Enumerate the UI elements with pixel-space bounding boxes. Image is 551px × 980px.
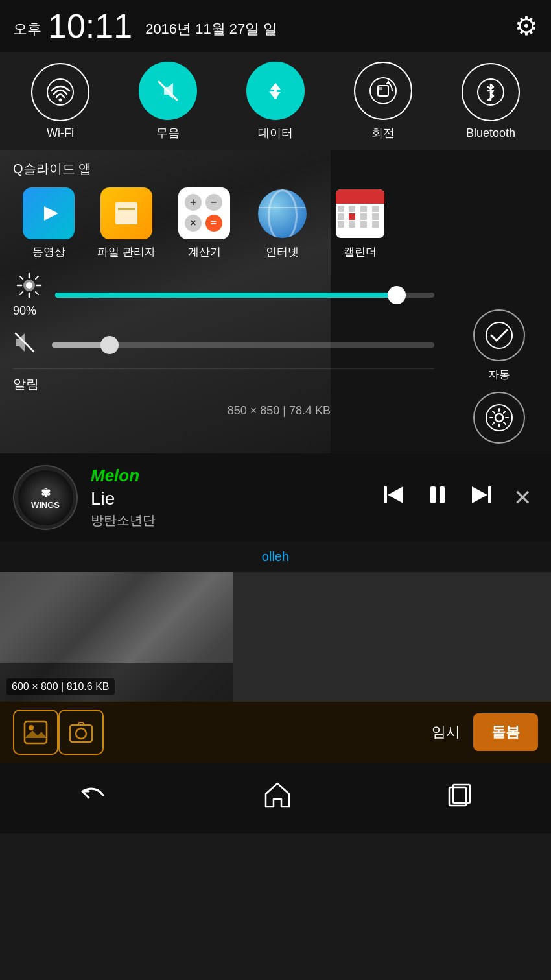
carrier-name: olleh — [262, 549, 289, 564]
app-calendar[interactable]: 캘린더 — [324, 187, 395, 259]
svg-point-18 — [26, 282, 32, 289]
svg-line-25 — [36, 276, 38, 279]
settings-icon[interactable] — [473, 392, 525, 444]
status-ampm: 오후 — [13, 19, 41, 39]
volume-thumb[interactable] — [100, 336, 119, 354]
artist-name: 방탄소년단 — [91, 512, 368, 529]
panel-title: Q슬라이드 앱 — [13, 160, 434, 178]
temp-label: 임시 — [419, 716, 473, 748]
auto-label: 자동 — [488, 367, 510, 382]
brightness-slider[interactable] — [55, 293, 434, 298]
svg-marker-27 — [16, 333, 25, 352]
back-button[interactable] — [58, 776, 129, 820]
svg-rect-35 — [440, 486, 445, 503]
notification-label: 알림 — [13, 368, 434, 400]
apps-grid: 동영상 파일 관리자 — [13, 187, 434, 259]
files-label: 파일 관리자 — [97, 245, 156, 259]
bluetooth-toggle[interactable]: Bluetooth — [462, 63, 520, 140]
svg-rect-34 — [430, 486, 436, 503]
svg-rect-32 — [384, 486, 387, 503]
app-internet[interactable]: 인터넷 — [246, 187, 318, 259]
svg-rect-38 — [25, 721, 47, 743]
brightness-fill — [55, 293, 397, 298]
mute-label: 무음 — [156, 125, 180, 141]
volume-control — [13, 331, 434, 359]
svg-point-1 — [59, 98, 62, 101]
rotate-icon[interactable] — [354, 62, 412, 120]
svg-marker-43 — [266, 783, 289, 807]
data-toggle[interactable]: 데이터 — [246, 62, 305, 141]
brightness-value: 90% — [13, 304, 45, 318]
auto-control[interactable]: 자동 — [473, 309, 525, 382]
status-bar: 오후 10:11 2016년 11월 27일 일 ⚙ — [0, 0, 551, 52]
wifi-toggle[interactable]: Wi-Fi — [31, 63, 89, 140]
svg-line-24 — [36, 292, 38, 294]
svg-point-42 — [76, 728, 86, 739]
app-calc[interactable]: + − × = 계산기 — [169, 187, 240, 259]
calendar-label: 캘린더 — [344, 245, 377, 259]
brightness-thumb[interactable] — [388, 286, 406, 304]
prev-button[interactable] — [381, 483, 406, 512]
svg-line-23 — [20, 276, 23, 279]
right-controls-panel: 자동 — [447, 150, 551, 453]
carrier-bar: olleh — [0, 542, 551, 572]
svg-point-39 — [29, 725, 34, 730]
calendar-app-icon[interactable] — [334, 187, 386, 239]
volume-mute-icon — [13, 331, 42, 359]
svg-marker-33 — [388, 486, 403, 503]
album-art: ✾ WINGS — [13, 465, 78, 530]
pause-button[interactable] — [425, 483, 450, 512]
wifi-icon[interactable] — [31, 63, 89, 121]
bluetooth-label: Bluetooth — [466, 126, 515, 140]
settings-control[interactable] — [473, 392, 525, 444]
player-controls: ✕ — [381, 483, 532, 512]
melon-logo: Melon — [91, 466, 368, 486]
camera-icon-button[interactable] — [58, 710, 104, 755]
settings-icon[interactable]: ⚙ — [515, 11, 538, 41]
svg-marker-40 — [25, 730, 47, 738]
svg-line-26 — [20, 292, 23, 294]
svg-marker-9 — [386, 80, 391, 84]
video-label: 동영상 — [32, 245, 65, 259]
next-button[interactable] — [469, 483, 494, 512]
files-app-icon[interactable] — [100, 187, 152, 239]
svg-point-31 — [495, 414, 503, 422]
rotate-label: 회전 — [371, 125, 395, 141]
song-title: Lie — [91, 488, 368, 509]
volume-slider[interactable] — [52, 342, 434, 348]
bluetooth-icon[interactable] — [462, 63, 520, 121]
mute-icon[interactable] — [139, 62, 197, 120]
svg-rect-10 — [379, 87, 382, 90]
image-thumbnail: 600 × 800 | 810.6 KB — [0, 572, 233, 702]
notification-panel: Q슬라이드 앱 동영상 — [0, 150, 551, 453]
calc-label: 계산기 — [188, 245, 221, 259]
album-inner: ✾ WINGS — [18, 470, 73, 525]
bottom-toolbar: 임시 돌봄 — [0, 702, 551, 763]
quick-toggles: Wi-Fi 무음 데이터 — [0, 52, 551, 150]
home-button[interactable] — [244, 774, 311, 822]
auto-icon[interactable] — [473, 309, 525, 361]
svg-marker-13 — [44, 206, 58, 221]
rotate-toggle[interactable]: 회전 — [354, 62, 412, 141]
photo-size-label: 850 × 850 | 78.4 KB — [228, 404, 331, 418]
save-button[interactable]: 돌봄 — [473, 713, 538, 751]
wifi-label: Wi-Fi — [47, 126, 74, 140]
recents-button[interactable] — [426, 774, 493, 822]
svg-point-29 — [486, 322, 512, 348]
data-icon[interactable] — [246, 62, 305, 120]
app-files[interactable]: 파일 관리자 — [91, 187, 162, 259]
calc-app-icon[interactable]: + − × = — [178, 187, 230, 239]
brightness-icon — [16, 272, 42, 303]
svg-marker-37 — [472, 486, 487, 503]
internet-app-icon[interactable] — [256, 187, 308, 239]
image-size-label: 600 × 800 | 810.6 KB — [6, 678, 115, 695]
app-video[interactable]: 동영상 — [13, 187, 84, 259]
mute-toggle[interactable]: 무음 — [139, 62, 197, 141]
svg-rect-16 — [118, 208, 135, 210]
close-button[interactable]: ✕ — [513, 484, 532, 510]
svg-rect-36 — [488, 486, 491, 503]
gallery-icon-button[interactable] — [13, 710, 58, 755]
video-app-icon[interactable] — [23, 187, 75, 239]
bottom-nav — [0, 763, 551, 833]
status-time: 10:11 — [48, 6, 132, 45]
